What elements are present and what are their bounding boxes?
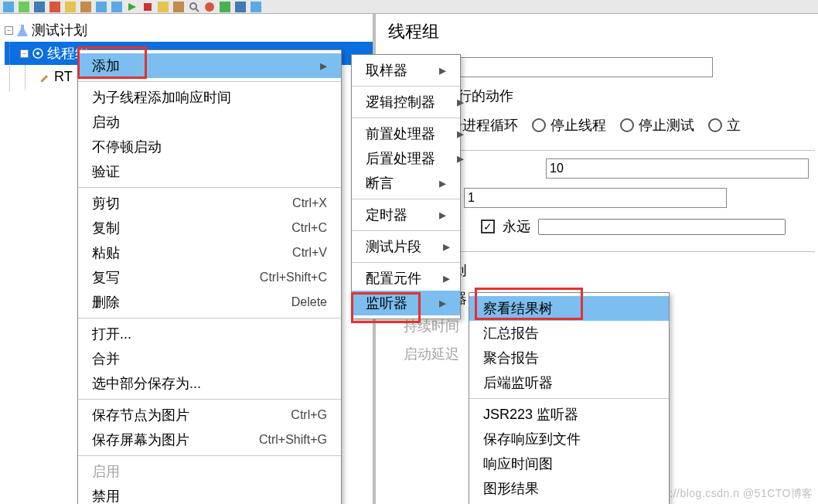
menu-save-responses[interactable]: 保存响应到文件 bbox=[469, 427, 669, 451]
menu-post-processor[interactable]: 后置处理器▸ bbox=[352, 146, 460, 171]
toolbar-icon-script[interactable] bbox=[251, 2, 261, 12]
toolbar-icon-new[interactable] bbox=[3, 2, 14, 12]
radio-stop-thread[interactable]: 停止线程 bbox=[532, 116, 606, 135]
menu-separator bbox=[78, 81, 341, 82]
toolbar-icon-cut[interactable] bbox=[49, 2, 60, 12]
panel-title: 线程组 bbox=[388, 20, 815, 43]
menu-enable[interactable]: 启用 bbox=[78, 459, 341, 484]
menu-merge[interactable]: 合并 bbox=[78, 346, 341, 371]
startup-delay-label: 启动延迟 bbox=[404, 345, 459, 363]
toolbar-icon-cloud[interactable] bbox=[220, 2, 230, 12]
submenu-arrow-icon: ▸ bbox=[439, 62, 446, 79]
menu-separator bbox=[78, 455, 341, 456]
menu-disable[interactable]: 禁用 bbox=[78, 484, 341, 504]
menu-response-time-graph[interactable]: 响应时间图 bbox=[469, 451, 669, 476]
toolbar-icon-stop[interactable] bbox=[142, 2, 153, 12]
toolbar-icon-options[interactable] bbox=[173, 2, 184, 12]
menu-timer[interactable]: 定时器▸ bbox=[352, 203, 460, 227]
menu-separator bbox=[78, 318, 341, 318]
menu-logic-controller[interactable]: 逻辑控制器▸ bbox=[352, 90, 460, 114]
svg-point-19 bbox=[36, 52, 39, 55]
toolbar-icon-open[interactable] bbox=[19, 2, 29, 12]
tree-sampler-label: RT bbox=[54, 65, 73, 88]
menu-separator bbox=[78, 399, 341, 400]
toolbar-icon-help[interactable] bbox=[204, 2, 215, 12]
menu-view-results-tree[interactable]: 察看结果树 bbox=[469, 296, 669, 321]
submenu-arrow-icon: ▸ bbox=[457, 150, 464, 167]
submenu-arrow-icon: ▸ bbox=[439, 295, 446, 312]
submenu-arrow-icon: ▸ bbox=[443, 238, 450, 255]
toolbar-icon-save[interactable] bbox=[34, 2, 45, 12]
menu-backend-listener[interactable]: 后端监听器 bbox=[469, 370, 669, 395]
menu-add-response-times[interactable]: 为子线程添加响应时间 bbox=[78, 85, 341, 110]
menu-save-screen-img[interactable]: 保存屏幕为图片Ctrl+Shift+G bbox=[78, 427, 341, 452]
menu-paste[interactable]: 粘贴Ctrl+V bbox=[78, 240, 341, 265]
menu-listener[interactable]: 监听器▸ bbox=[352, 291, 460, 315]
svg-rect-6 bbox=[96, 2, 107, 12]
menu-save-selection[interactable]: 选中部分保存为... bbox=[78, 371, 341, 396]
menu-copy[interactable]: 复制Ctrl+C bbox=[78, 216, 341, 240]
svg-rect-9 bbox=[144, 3, 152, 11]
ramp-up-input[interactable] bbox=[464, 188, 727, 208]
menu-separator bbox=[352, 86, 460, 87]
menu-config-element[interactable]: 配置元件▸ bbox=[352, 266, 460, 291]
submenu-arrow-icon: ▸ bbox=[457, 94, 464, 111]
submenu-arrow-icon: ▸ bbox=[457, 125, 464, 142]
radio-stop-now[interactable]: 立 bbox=[708, 116, 741, 135]
menu-aggregate-report[interactable]: 聚合报告 bbox=[469, 346, 669, 370]
svg-point-14 bbox=[205, 2, 214, 12]
menu-graph-results[interactable]: 图形结果 bbox=[469, 476, 669, 501]
radio-icon bbox=[532, 118, 546, 132]
menu-open[interactable]: 打开... bbox=[78, 322, 341, 346]
submenu-arrow-icon: ▸ bbox=[443, 270, 450, 287]
svg-rect-7 bbox=[111, 2, 122, 12]
svg-marker-8 bbox=[128, 3, 136, 11]
menu-add[interactable]: 添加 ▸ bbox=[78, 53, 341, 78]
context-menu-listener: 察看结果树 汇总报告 聚合报告 后端监听器 JSR223 监听器 保存响应到文件… bbox=[469, 292, 670, 504]
menu-separator bbox=[352, 262, 460, 263]
radio-stop-test[interactable]: 停止测试 bbox=[620, 116, 694, 135]
menu-start[interactable]: 启动 bbox=[78, 110, 341, 135]
menu-summary-report[interactable]: 汇总报告 bbox=[469, 321, 669, 346]
watermark: https://blog.csdn.n @51CTO博客 bbox=[644, 487, 813, 501]
tree-twisty-icon[interactable] bbox=[20, 49, 29, 58]
forever-checkbox[interactable] bbox=[481, 220, 495, 233]
toolbar-icon-search[interactable] bbox=[189, 2, 199, 12]
menu-separator bbox=[352, 199, 460, 199]
svg-rect-2 bbox=[34, 2, 45, 12]
toolbar-icon-paste[interactable] bbox=[80, 2, 91, 12]
menu-validate[interactable]: 验证 bbox=[78, 159, 341, 184]
menu-sampler[interactable]: 取样器▸ bbox=[352, 58, 460, 83]
menu-test-fragment[interactable]: 测试片段▸ bbox=[352, 234, 460, 259]
submenu-arrow-icon: ▸ bbox=[439, 175, 446, 192]
menu-start-no-pause[interactable]: 不停顿启动 bbox=[78, 135, 341, 159]
menu-separator bbox=[352, 230, 460, 231]
toolbar-icon-graph[interactable] bbox=[235, 2, 246, 12]
num-threads-input[interactable] bbox=[546, 158, 809, 179]
menu-separator bbox=[78, 187, 341, 188]
tree-root-label: 测试计划 bbox=[32, 19, 87, 42]
toolbar bbox=[0, 0, 818, 14]
loop-count-input[interactable] bbox=[538, 219, 786, 235]
radio-icon bbox=[620, 118, 634, 132]
toolbar-icon-run[interactable] bbox=[127, 2, 138, 12]
menu-jsr223-listener[interactable]: JSR223 监听器 bbox=[469, 402, 669, 427]
menu-separator bbox=[469, 398, 669, 399]
flask-icon bbox=[16, 24, 29, 36]
menu-duplicate[interactable]: 复写Ctrl+Shift+C bbox=[78, 265, 341, 290]
radio-icon bbox=[708, 118, 722, 132]
menu-cut[interactable]: 剪切Ctrl+X bbox=[78, 191, 341, 216]
menu-assertion[interactable]: 断言▸ bbox=[352, 171, 460, 196]
toolbar-icon-undo[interactable] bbox=[96, 2, 107, 12]
toolbar-icon-redo[interactable] bbox=[111, 2, 122, 12]
menu-assertion-results[interactable]: 断言结果 bbox=[469, 501, 669, 504]
menu-save-node-img[interactable]: 保存节点为图片Ctrl+G bbox=[78, 403, 341, 427]
toolbar-icon-clear[interactable] bbox=[158, 2, 169, 12]
menu-delete[interactable]: 删除Delete bbox=[78, 290, 341, 315]
menu-pre-processor[interactable]: 前置处理器▸ bbox=[352, 121, 460, 146]
tree-twisty-icon[interactable] bbox=[5, 26, 13, 35]
tree-root-test-plan[interactable]: 测试计划 bbox=[5, 19, 373, 42]
svg-rect-15 bbox=[220, 2, 230, 12]
context-menu-add: 取样器▸ 逻辑控制器▸ 前置处理器▸ 后置处理器▸ 断言▸ 定时器▸ 测试片段▸… bbox=[351, 54, 461, 319]
toolbar-icon-copy[interactable] bbox=[65, 2, 76, 12]
